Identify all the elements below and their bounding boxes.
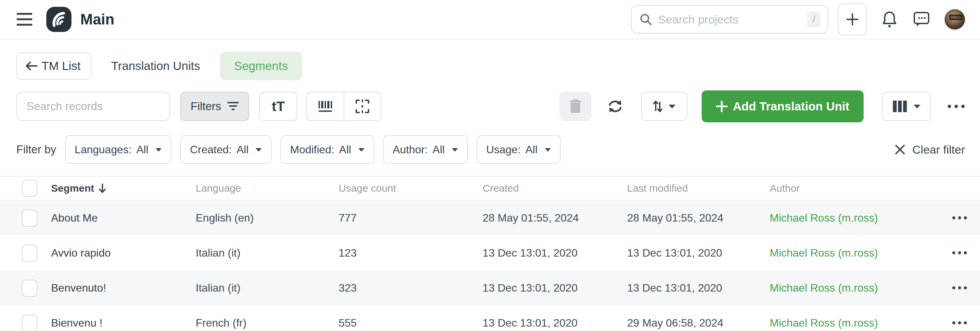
created-cell: 28 May 01:55, 2024 xyxy=(482,212,627,224)
toolbar-more-button[interactable] xyxy=(947,105,965,108)
created-cell: 13 Dec 13:01, 2020 xyxy=(482,317,627,329)
row-more-button[interactable] xyxy=(952,215,967,220)
author-link[interactable]: Michael Ross (m.ross) xyxy=(770,317,939,329)
filter-chip-languages[interactable]: Languages: All xyxy=(65,135,172,164)
column-header-last-modified[interactable]: Last modified xyxy=(627,182,770,194)
back-button-label: TM List xyxy=(41,59,81,73)
row-checkbox[interactable] xyxy=(22,210,37,226)
author-link[interactable]: Michael Ross (m.ross) xyxy=(770,282,939,294)
column-header-author[interactable]: Author xyxy=(770,182,939,194)
filter-chip-usage[interactable]: Usage: All xyxy=(477,135,561,164)
chip-label: Author: xyxy=(393,143,428,156)
search-projects-input[interactable] xyxy=(658,13,807,26)
bell-icon xyxy=(882,11,897,28)
row-checkbox[interactable] xyxy=(22,315,37,331)
usage-count-cell: 123 xyxy=(339,247,482,259)
match-case-button[interactable]: tT xyxy=(259,92,298,121)
filter-chip-modified[interactable]: Modified: All xyxy=(280,135,374,164)
clear-filter-button[interactable]: Clear filter xyxy=(894,143,965,156)
filter-by-label: Filter by xyxy=(16,143,56,156)
last-modified-cell: 29 May 06:58, 2024 xyxy=(627,317,770,329)
more-dots-icon xyxy=(947,105,965,108)
chevron-down-icon xyxy=(155,147,162,152)
create-project-button[interactable] xyxy=(838,3,867,35)
notifications-button[interactable] xyxy=(882,11,897,28)
segment-cell: Bienvenu ! xyxy=(51,317,196,329)
table-row[interactable]: Bienvenu ! French (fr) 555 13 Dec 13:01,… xyxy=(0,306,980,331)
top-bar: Main / xyxy=(0,0,980,40)
exact-match-button[interactable] xyxy=(344,92,380,120)
last-modified-cell: 13 Dec 13:01, 2020 xyxy=(627,247,770,259)
feedback-chat-button[interactable] xyxy=(913,11,930,27)
search-shortcut-badge: / xyxy=(807,11,821,27)
last-modified-cell: 28 May 01:55, 2024 xyxy=(627,212,770,224)
back-to-tm-list-button[interactable]: TM List xyxy=(16,52,92,79)
usage-count-cell: 555 xyxy=(339,317,482,329)
column-header-segment[interactable]: Segment xyxy=(51,182,196,194)
table-row[interactable]: Avvio rapido Italian (it) 123 13 Dec 13:… xyxy=(0,236,980,271)
chevron-down-icon xyxy=(544,147,551,152)
language-cell: Italian (it) xyxy=(196,247,339,259)
column-header-usage-count[interactable]: Usage count xyxy=(339,182,482,194)
chip-value: All xyxy=(525,143,538,156)
add-translation-unit-label: Add Translation Unit xyxy=(733,100,850,113)
segment-cell: Avvio rapido xyxy=(51,247,196,259)
clear-filter-label: Clear filter xyxy=(912,143,965,156)
chip-value: All xyxy=(339,143,351,156)
last-modified-cell: 13 Dec 13:01, 2020 xyxy=(627,282,770,294)
more-dots-icon xyxy=(952,286,967,290)
more-dots-icon xyxy=(952,251,967,255)
segments-table: Segment Language Usage count Created Las… xyxy=(0,176,980,331)
tab-segments[interactable]: Segments xyxy=(220,52,302,80)
match-key-button[interactable] xyxy=(307,92,344,120)
column-header-language[interactable]: Language xyxy=(196,182,339,194)
convert-refresh-button[interactable] xyxy=(607,99,624,114)
search-mode-group xyxy=(306,92,381,121)
row-more-button[interactable] xyxy=(952,320,967,326)
filter-chip-created[interactable]: Created: All xyxy=(180,135,272,164)
chevron-down-icon xyxy=(255,147,262,152)
row-more-button[interactable] xyxy=(952,285,967,291)
back-arrow-icon xyxy=(25,61,37,71)
close-icon xyxy=(894,144,905,155)
table-row[interactable]: Benvenuto! Italian (it) 323 13 Dec 13:01… xyxy=(0,271,980,306)
search-records-input[interactable] xyxy=(16,92,170,121)
project-search[interactable]: / xyxy=(631,5,828,34)
delete-selected-button[interactable] xyxy=(559,92,592,121)
barcode-icon xyxy=(318,100,333,113)
filter-bar: Filter by Languages: All Created: All Mo… xyxy=(0,135,980,164)
crop-frame-icon xyxy=(355,99,370,114)
chip-value: All xyxy=(237,143,249,156)
created-cell: 13 Dec 13:01, 2020 xyxy=(482,282,627,294)
filters-button[interactable]: Filters xyxy=(180,92,249,121)
segment-cell: About Me xyxy=(51,212,196,224)
select-all-checkbox[interactable] xyxy=(22,180,37,197)
author-link[interactable]: Michael Ross (m.ross) xyxy=(770,212,939,224)
filter-chip-author[interactable]: Author: All xyxy=(383,135,468,164)
hamburger-menu-button[interactable] xyxy=(15,10,34,29)
app-logo[interactable] xyxy=(46,7,72,32)
page-title: Main xyxy=(80,11,115,28)
chip-label: Languages: xyxy=(75,143,131,156)
user-avatar[interactable] xyxy=(945,9,965,30)
sort-descending-icon xyxy=(98,183,107,193)
add-translation-unit-button[interactable]: Add Translation Unit xyxy=(702,90,864,122)
chip-label: Modified: xyxy=(290,143,334,156)
filters-button-label: Filters xyxy=(191,100,221,113)
sort-button[interactable] xyxy=(641,92,687,121)
table-row[interactable]: About Me English (en) 777 28 May 01:55, … xyxy=(0,201,980,236)
row-checkbox[interactable] xyxy=(22,245,37,262)
row-checkbox[interactable] xyxy=(22,280,37,297)
chevron-down-icon xyxy=(913,104,921,109)
chip-value: All xyxy=(137,143,149,156)
author-link[interactable]: Michael Ross (m.ross) xyxy=(770,247,939,259)
column-header-created[interactable]: Created xyxy=(482,182,627,194)
tab-translation-units[interactable]: Translation Units xyxy=(111,59,200,73)
columns-button[interactable] xyxy=(882,92,931,121)
chip-value: All xyxy=(433,143,445,156)
segment-cell: Benvenuto! xyxy=(51,282,196,294)
row-more-button[interactable] xyxy=(952,250,967,255)
sort-arrows-icon xyxy=(653,100,663,113)
plus-icon xyxy=(846,13,859,25)
more-dots-icon xyxy=(952,321,967,325)
